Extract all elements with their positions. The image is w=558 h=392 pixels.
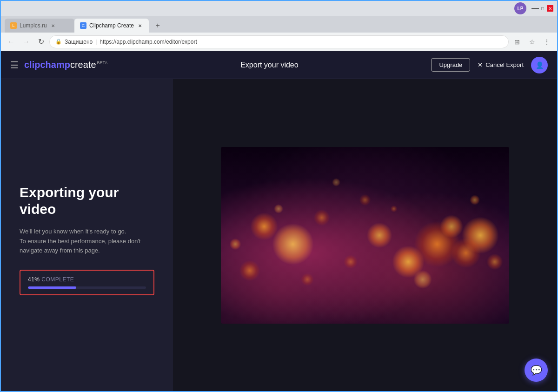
app-content: ☰ clipchampcreateBETA Export your video … (1, 51, 557, 391)
close-button[interactable]: ✕ (547, 5, 553, 12)
bokeh-particles (221, 147, 509, 324)
desc-line2: To ensure the best performance, please d… (20, 238, 140, 254)
cancel-export-button[interactable]: ✕ Cancel Export (478, 61, 524, 68)
progress-container: 41% COMPLETE (20, 270, 154, 295)
tab-lumpics-label: Lumpics.ru (20, 22, 47, 29)
tab-clipchamp-icon: C (80, 22, 86, 29)
forward-button[interactable]: → (20, 35, 33, 48)
progress-bar-track (28, 286, 146, 289)
left-panel: Exporting your video We'll let you know … (1, 79, 173, 391)
main-area: Exporting your video We'll let you know … (1, 79, 557, 391)
tab-lumpics-close[interactable]: ✕ (50, 22, 56, 29)
translate-button[interactable]: ⊞ (511, 35, 524, 48)
desc-line1: We'll let you know when it's ready to go… (20, 228, 126, 235)
tab-clipchamp[interactable]: C Clipchamp Create ✕ (74, 19, 149, 33)
url-separator: | (95, 39, 97, 45)
tab-lumpics[interactable]: L Lumpics.ru ✕ (5, 19, 74, 33)
user-avatar[interactable]: 👤 (531, 57, 548, 73)
url-bar[interactable]: 🔒 Защищено | https://app.clipchamp.com/e… (49, 35, 509, 48)
progress-label: 41% COMPLETE (28, 276, 146, 283)
upgrade-button[interactable]: Upgrade (431, 58, 470, 72)
reload-button[interactable]: ↻ (34, 35, 47, 48)
logo-clipchamp: clipchamp (24, 60, 70, 70)
window-controls: — □ ✕ (532, 5, 553, 12)
tab-clipchamp-label: Clipchamp Create (89, 22, 134, 29)
url-text: https://app.clipchamp.com/editor/export (100, 39, 197, 45)
tab-lumpics-icon: L (10, 22, 17, 29)
title-bar-avatar: LP (514, 2, 526, 14)
address-bar: ← → ↻ 🔒 Защищено | https://app.clipchamp… (1, 33, 557, 51)
header-actions: Upgrade ✕ Cancel Export 👤 (431, 57, 548, 73)
cancel-export-label: Cancel Export (485, 61, 524, 68)
video-preview (221, 147, 509, 324)
progress-complete-label: COMPLETE (41, 276, 74, 283)
maximize-button[interactable]: □ (539, 5, 546, 12)
browser-frame: LP — □ ✕ L Lumpics.ru ✕ C Clipchamp Crea… (0, 0, 558, 392)
header-title: Export your video (107, 61, 431, 69)
bookmark-button[interactable]: ☆ (525, 35, 538, 48)
chat-bubble-button[interactable]: 💬 (525, 359, 548, 382)
app-header: ☰ clipchampcreateBETA Export your video … (1, 51, 557, 79)
tab-bar: L Lumpics.ru ✕ C Clipchamp Create ✕ + (1, 16, 557, 33)
lock-icon: 🔒 (55, 39, 62, 45)
tab-clipchamp-close[interactable]: ✕ (137, 22, 143, 29)
logo: clipchampcreateBETA (24, 60, 107, 70)
new-tab-button[interactable]: + (151, 19, 165, 33)
secure-label: Защищено (65, 39, 93, 45)
logo-create: create (70, 60, 96, 70)
exporting-description: We'll let you know when it's ready to go… (20, 227, 154, 256)
back-button[interactable]: ← (5, 35, 18, 48)
minimize-button[interactable]: — (532, 5, 538, 12)
right-panel: 💬 (173, 79, 557, 391)
logo-beta: BETA (97, 60, 108, 65)
title-bar: LP — □ ✕ (1, 1, 557, 16)
address-actions: ⊞ ☆ ⋮ (511, 35, 553, 48)
cancel-x-icon: ✕ (478, 61, 483, 68)
progress-percent: 41% (28, 276, 41, 283)
progress-bar-fill (28, 286, 76, 289)
more-button[interactable]: ⋮ (540, 35, 553, 48)
hamburger-menu[interactable]: ☰ (10, 60, 19, 71)
exporting-title: Exporting your video (20, 184, 154, 218)
chat-icon: 💬 (531, 365, 542, 376)
